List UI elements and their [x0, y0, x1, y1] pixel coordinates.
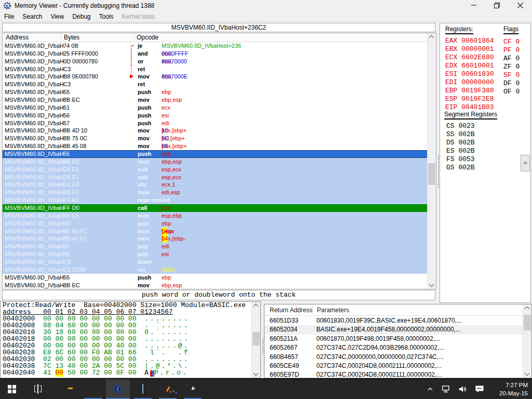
- disasm-row[interactable]: MSVBVM60.IID_IVbaH8B 75 0Cmovesi,[ebp+0C…: [3, 135, 428, 142]
- disasm-row[interactable]: MSVBVM60.IID_IVbaH2B E1subesp,ecx: [3, 174, 428, 181]
- disasm-row[interactable]: MSVBVM60.IID_IVbaH5Dpopebp: [3, 220, 428, 228]
- segment-ds[interactable]: DS 002B: [446, 139, 475, 147]
- disasm-row[interactable]: MSVBVM60.IID_IVbaH56pushesi: [3, 112, 428, 119]
- menu-view[interactable]: View: [46, 11, 68, 22]
- disasm-row[interactable]: MSVBVM60.IID_IVbaHC3ret: [3, 81, 428, 88]
- menu-debug[interactable]: Debug: [68, 11, 95, 22]
- segment-ss[interactable]: SS 002B: [446, 130, 475, 139]
- register-edx[interactable]: EDX 66010001: [445, 62, 494, 70]
- flag-zf[interactable]: ZF 0: [503, 63, 520, 71]
- disasm-row[interactable]: MSVBVM60.IID_IVbaH8B ECmovebp,esp: [3, 96, 428, 104]
- disasm-row[interactable]: MSVBVM60.IID_IVbaH74 0BjeMSVBVM60.IID_IV…: [3, 42, 428, 50]
- disasm-row[interactable]: MSVBVM60.IID_IVbaH8B ECmovebp,esp: [3, 282, 428, 289]
- vertical-splitter[interactable]: [437, 154, 440, 188]
- cheat-engine-button[interactable]: €: [106, 379, 130, 399]
- column-parameters[interactable]: Parameters: [312, 307, 349, 314]
- disasm-row[interactable]: MSVBVM60.IID_IVbaHB8 0E000780moveax,8007…: [3, 73, 428, 81]
- scroll-up-icon[interactable]: [254, 304, 259, 309]
- disasm-row[interactable]: MSVBVM60.IID_IVbaH8B 45 08moveax,[ebp+08…: [3, 142, 428, 150]
- column-address[interactable]: Address: [6, 34, 29, 41]
- segment-cs[interactable]: CS 0023: [446, 122, 475, 130]
- stack-row[interactable]: 660B4657027C374C,00000000,00000000,027C3…: [264, 353, 523, 362]
- disasm-row[interactable]: MSVBVM60.IID_IVbaH57pushedi: [3, 119, 428, 127]
- action-center-icon[interactable]: [472, 379, 487, 399]
- disasm-row[interactable]: MSVBVM60.IID_IVbaH55pushebp: [3, 150, 428, 158]
- register-ecx[interactable]: ECX 6602E680: [445, 54, 494, 62]
- disasm-row[interactable]: MSVBVM60.IID_IVbaH8B ECmovebp,esp: [3, 158, 428, 166]
- disasm-row[interactable]: MSVBVM60.IID_IVbaH8B E5movesp,ebp: [3, 212, 428, 220]
- stack-row[interactable]: 6605CE49027C374C,000204D8,00002111,00000…: [264, 362, 523, 370]
- stack-column-header[interactable]: Return Address Parameters: [264, 304, 523, 316]
- scrollbar-thumb[interactable]: [428, 163, 435, 185]
- disasm-row[interactable]: MSVBVM60.IID_IVbaHFF D0calleax: [3, 204, 428, 212]
- register-esp[interactable]: ESP 0019F2E8: [445, 95, 494, 103]
- column-return-address[interactable]: Return Address: [270, 307, 313, 314]
- taskbar-clock[interactable]: 7:27 PM 20-May-15: [491, 381, 528, 397]
- disasm-row[interactable]: MSVBVM60.IID_IVbaH55pushebp: [3, 274, 428, 282]
- segment-gs[interactable]: GS 002B: [446, 164, 475, 172]
- paint-button[interactable]: [156, 379, 180, 399]
- disasm-row[interactable]: MSVBVM60.IID_IVbaH8B 45 FCmoveax,[ebp-04…: [3, 235, 428, 243]
- disasm-row[interactable]: MSVBVM60.IID_IVbaH5Fpopedi: [3, 243, 428, 250]
- menu-file[interactable]: File: [0, 11, 18, 22]
- register-edi[interactable]: EDI 00000000: [445, 78, 494, 87]
- hex-row[interactable]: 00402040 41 00 50 00 72 00 6F 00 AP.r.o.: [1, 369, 260, 376]
- disasm-row[interactable]: MSVBVM60.IID_IVbaH25 FFFF0000andeax,0000…: [3, 50, 428, 58]
- hex-view[interactable]: Protect:Read/Write Base=00402000 Size=10…: [0, 301, 261, 378]
- disassembly-column-header[interactable]: Address Bytes Opcode: [3, 33, 428, 42]
- flag-sf[interactable]: SF 0: [503, 71, 520, 79]
- scrollbar-thumb[interactable]: [252, 332, 260, 345]
- disasm-row[interactable]: MSVBVM60.IID_IVbaHC3ret: [3, 65, 428, 73]
- stack-row[interactable]: 66052667027C374C,027C2D94,003B2968,00000…: [264, 343, 523, 352]
- menu-search[interactable]: Search: [18, 11, 46, 22]
- register-eax[interactable]: EAX 00601864: [445, 37, 494, 45]
- address-box[interactable]: MSVBVM60.IID_IVbaHost+236C2: [2, 23, 435, 32]
- expand-registers-button[interactable]: >: [521, 155, 530, 171]
- start-button[interactable]: [0, 379, 24, 399]
- volume-tray-icon[interactable]: [456, 379, 470, 399]
- flag-af[interactable]: AF 0: [503, 55, 520, 63]
- disassembly-scrollbar[interactable]: [427, 33, 436, 289]
- firefox-button[interactable]: [81, 379, 105, 399]
- stack-row[interactable]: 66052034BASIC.exe+19E4,0019F458,00000002…: [264, 325, 523, 334]
- stack-row[interactable]: 6605E97D027C374C,000204D8,00002111,00000…: [264, 370, 523, 378]
- register-ebx[interactable]: EBX 00000001: [445, 45, 494, 54]
- disasm-row[interactable]: MSVBVM60.IID_IVbaH89 45 FCmov[ebp-04],ea…: [3, 228, 428, 235]
- scroll-down-icon[interactable]: [429, 282, 434, 287]
- scroll-down-icon[interactable]: [525, 371, 530, 376]
- disasm-row[interactable]: MSVBVM60.IID_IVbaHC9leave: [3, 258, 428, 266]
- scrollbar-thumb[interactable]: [524, 315, 531, 330]
- disasm-row[interactable]: MSVBVM60.IID_IVbaH0D 00000780oreax,80070…: [3, 58, 428, 65]
- tray-expand-button[interactable]: [425, 379, 435, 399]
- flag-df[interactable]: DF 0: [503, 79, 520, 88]
- menu-tools[interactable]: Tools: [95, 11, 118, 22]
- disasm-row[interactable]: MSVBVM60.IID_IVbaH51pushecx: [3, 104, 428, 112]
- disasm-row[interactable]: MSVBVM60.IID_IVbaH55pushebp: [3, 88, 428, 96]
- disasm-row[interactable]: MSVBVM60.IID_IVbaH2B E1subesp,ecx: [3, 166, 428, 174]
- hex-scrollbar[interactable]: [251, 302, 260, 378]
- file-explorer-button[interactable]: [56, 379, 80, 399]
- disasm-row[interactable]: MSVBVM60.IID_IVbaHF3 A5repe movsd: [3, 196, 428, 204]
- window-app-button[interactable]: [181, 379, 205, 399]
- stack-row[interactable]: 66051D3300601830,0019F39C,BASIC.exe+19E4…: [264, 316, 523, 325]
- segment-es[interactable]: ES 002B: [446, 147, 475, 155]
- column-bytes[interactable]: Bytes: [61, 34, 79, 41]
- notepad-button[interactable]: [131, 379, 155, 399]
- disasm-row[interactable]: MSVBVM60.IID_IVbaHD1 E9shrecx,1: [3, 181, 428, 189]
- scroll-down-icon[interactable]: [254, 371, 259, 376]
- close-button[interactable]: [509, 0, 532, 11]
- disasm-row[interactable]: MSVBVM60.IID_IVbaH5Epopesi: [3, 250, 428, 258]
- network-tray-icon[interactable]: [440, 379, 453, 399]
- segment-fs[interactable]: FS 0053: [446, 155, 475, 164]
- task-view-button[interactable]: [26, 379, 50, 399]
- disasm-row[interactable]: MSVBVM60.IID_IVbaHC2 0C00ret000C: [3, 266, 428, 274]
- restore-button[interactable]: [485, 0, 509, 11]
- flag-pf[interactable]: PF 0: [503, 46, 520, 55]
- minimize-button[interactable]: [462, 0, 485, 11]
- disasm-row[interactable]: MSVBVM60.IID_IVbaH8B FCmovedi,esp: [3, 189, 428, 196]
- column-opcode[interactable]: Opcode: [134, 34, 158, 41]
- flag-cf[interactable]: CF 0: [503, 38, 520, 46]
- register-ebp[interactable]: EBP 0019F380: [445, 87, 494, 95]
- disasm-row[interactable]: MSVBVM60.IID_IVbaH8B 4D 10movecx,[ebp+10…: [3, 127, 428, 135]
- stack-row[interactable]: 6605211A00601870,0019F498,0019F458,00000…: [264, 335, 523, 343]
